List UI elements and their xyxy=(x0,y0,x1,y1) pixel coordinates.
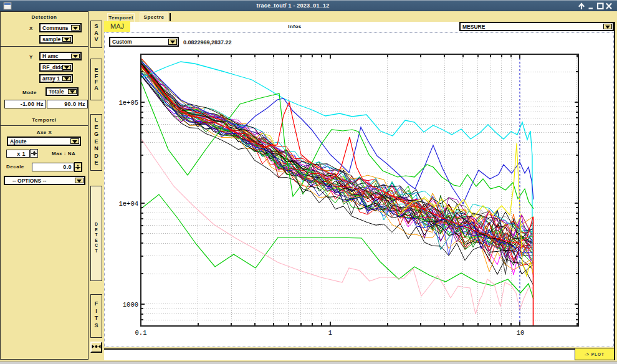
svg-text:1e+05: 1e+05 xyxy=(118,99,138,107)
svg-text:1: 1 xyxy=(328,329,332,337)
svg-text:0.1: 0.1 xyxy=(135,329,147,337)
svg-text:10: 10 xyxy=(517,329,525,337)
svg-text:1e+04: 1e+04 xyxy=(118,200,138,208)
svg-text:1000: 1000 xyxy=(123,301,138,309)
